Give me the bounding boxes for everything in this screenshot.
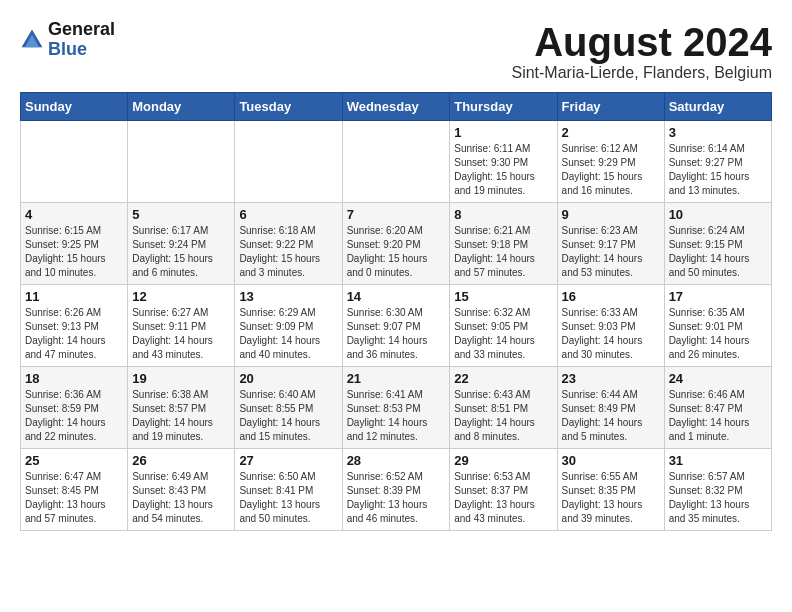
calendar-cell: 8Sunrise: 6:21 AM Sunset: 9:18 PM Daylig…	[450, 203, 557, 285]
day-detail: Sunrise: 6:41 AM Sunset: 8:53 PM Dayligh…	[347, 388, 446, 444]
day-detail: Sunrise: 6:47 AM Sunset: 8:45 PM Dayligh…	[25, 470, 123, 526]
day-number: 14	[347, 289, 446, 304]
day-detail: Sunrise: 6:55 AM Sunset: 8:35 PM Dayligh…	[562, 470, 660, 526]
calendar-cell: 11Sunrise: 6:26 AM Sunset: 9:13 PM Dayli…	[21, 285, 128, 367]
day-number: 16	[562, 289, 660, 304]
calendar-cell: 17Sunrise: 6:35 AM Sunset: 9:01 PM Dayli…	[664, 285, 771, 367]
calendar-cell: 16Sunrise: 6:33 AM Sunset: 9:03 PM Dayli…	[557, 285, 664, 367]
day-detail: Sunrise: 6:57 AM Sunset: 8:32 PM Dayligh…	[669, 470, 767, 526]
day-header-sunday: Sunday	[21, 93, 128, 121]
day-detail: Sunrise: 6:18 AM Sunset: 9:22 PM Dayligh…	[239, 224, 337, 280]
day-detail: Sunrise: 6:21 AM Sunset: 9:18 PM Dayligh…	[454, 224, 552, 280]
calendar-body: 1Sunrise: 6:11 AM Sunset: 9:30 PM Daylig…	[21, 121, 772, 531]
day-detail: Sunrise: 6:35 AM Sunset: 9:01 PM Dayligh…	[669, 306, 767, 362]
calendar: SundayMondayTuesdayWednesdayThursdayFrid…	[20, 92, 772, 531]
calendar-cell: 31Sunrise: 6:57 AM Sunset: 8:32 PM Dayli…	[664, 449, 771, 531]
calendar-cell: 7Sunrise: 6:20 AM Sunset: 9:20 PM Daylig…	[342, 203, 450, 285]
day-detail: Sunrise: 6:33 AM Sunset: 9:03 PM Dayligh…	[562, 306, 660, 362]
day-detail: Sunrise: 6:52 AM Sunset: 8:39 PM Dayligh…	[347, 470, 446, 526]
calendar-cell: 24Sunrise: 6:46 AM Sunset: 8:47 PM Dayli…	[664, 367, 771, 449]
day-header-tuesday: Tuesday	[235, 93, 342, 121]
calendar-cell: 9Sunrise: 6:23 AM Sunset: 9:17 PM Daylig…	[557, 203, 664, 285]
day-detail: Sunrise: 6:27 AM Sunset: 9:11 PM Dayligh…	[132, 306, 230, 362]
calendar-week-3: 11Sunrise: 6:26 AM Sunset: 9:13 PM Dayli…	[21, 285, 772, 367]
calendar-cell: 3Sunrise: 6:14 AM Sunset: 9:27 PM Daylig…	[664, 121, 771, 203]
calendar-cell: 10Sunrise: 6:24 AM Sunset: 9:15 PM Dayli…	[664, 203, 771, 285]
day-detail: Sunrise: 6:26 AM Sunset: 9:13 PM Dayligh…	[25, 306, 123, 362]
calendar-cell	[342, 121, 450, 203]
day-detail: Sunrise: 6:49 AM Sunset: 8:43 PM Dayligh…	[132, 470, 230, 526]
calendar-cell: 6Sunrise: 6:18 AM Sunset: 9:22 PM Daylig…	[235, 203, 342, 285]
day-detail: Sunrise: 6:50 AM Sunset: 8:41 PM Dayligh…	[239, 470, 337, 526]
day-number: 24	[669, 371, 767, 386]
day-number: 30	[562, 453, 660, 468]
day-header-monday: Monday	[128, 93, 235, 121]
day-number: 9	[562, 207, 660, 222]
day-number: 7	[347, 207, 446, 222]
calendar-cell: 2Sunrise: 6:12 AM Sunset: 9:29 PM Daylig…	[557, 121, 664, 203]
day-detail: Sunrise: 6:15 AM Sunset: 9:25 PM Dayligh…	[25, 224, 123, 280]
day-number: 25	[25, 453, 123, 468]
calendar-cell: 15Sunrise: 6:32 AM Sunset: 9:05 PM Dayli…	[450, 285, 557, 367]
day-detail: Sunrise: 6:17 AM Sunset: 9:24 PM Dayligh…	[132, 224, 230, 280]
day-number: 6	[239, 207, 337, 222]
day-header-wednesday: Wednesday	[342, 93, 450, 121]
calendar-cell: 13Sunrise: 6:29 AM Sunset: 9:09 PM Dayli…	[235, 285, 342, 367]
calendar-header: SundayMondayTuesdayWednesdayThursdayFrid…	[21, 93, 772, 121]
day-number: 4	[25, 207, 123, 222]
calendar-cell: 14Sunrise: 6:30 AM Sunset: 9:07 PM Dayli…	[342, 285, 450, 367]
day-detail: Sunrise: 6:24 AM Sunset: 9:15 PM Dayligh…	[669, 224, 767, 280]
day-detail: Sunrise: 6:40 AM Sunset: 8:55 PM Dayligh…	[239, 388, 337, 444]
day-detail: Sunrise: 6:38 AM Sunset: 8:57 PM Dayligh…	[132, 388, 230, 444]
day-number: 5	[132, 207, 230, 222]
day-number: 12	[132, 289, 230, 304]
calendar-cell: 30Sunrise: 6:55 AM Sunset: 8:35 PM Dayli…	[557, 449, 664, 531]
day-number: 11	[25, 289, 123, 304]
day-number: 28	[347, 453, 446, 468]
calendar-cell	[235, 121, 342, 203]
calendar-cell: 12Sunrise: 6:27 AM Sunset: 9:11 PM Dayli…	[128, 285, 235, 367]
logo-blue: Blue	[48, 40, 115, 60]
calendar-cell: 19Sunrise: 6:38 AM Sunset: 8:57 PM Dayli…	[128, 367, 235, 449]
header: General Blue August 2024 Sint-Maria-Lier…	[20, 20, 772, 82]
day-number: 15	[454, 289, 552, 304]
day-detail: Sunrise: 6:36 AM Sunset: 8:59 PM Dayligh…	[25, 388, 123, 444]
day-number: 17	[669, 289, 767, 304]
calendar-cell	[21, 121, 128, 203]
calendar-cell: 4Sunrise: 6:15 AM Sunset: 9:25 PM Daylig…	[21, 203, 128, 285]
calendar-cell: 22Sunrise: 6:43 AM Sunset: 8:51 PM Dayli…	[450, 367, 557, 449]
day-detail: Sunrise: 6:12 AM Sunset: 9:29 PM Dayligh…	[562, 142, 660, 198]
day-number: 13	[239, 289, 337, 304]
day-number: 20	[239, 371, 337, 386]
calendar-week-1: 1Sunrise: 6:11 AM Sunset: 9:30 PM Daylig…	[21, 121, 772, 203]
logo-icon	[20, 28, 44, 52]
day-detail: Sunrise: 6:30 AM Sunset: 9:07 PM Dayligh…	[347, 306, 446, 362]
day-number: 18	[25, 371, 123, 386]
calendar-cell: 29Sunrise: 6:53 AM Sunset: 8:37 PM Dayli…	[450, 449, 557, 531]
day-header-friday: Friday	[557, 93, 664, 121]
day-number: 2	[562, 125, 660, 140]
day-number: 29	[454, 453, 552, 468]
day-header-saturday: Saturday	[664, 93, 771, 121]
calendar-cell: 28Sunrise: 6:52 AM Sunset: 8:39 PM Dayli…	[342, 449, 450, 531]
day-number: 22	[454, 371, 552, 386]
calendar-cell: 26Sunrise: 6:49 AM Sunset: 8:43 PM Dayli…	[128, 449, 235, 531]
day-number: 21	[347, 371, 446, 386]
day-detail: Sunrise: 6:11 AM Sunset: 9:30 PM Dayligh…	[454, 142, 552, 198]
day-detail: Sunrise: 6:32 AM Sunset: 9:05 PM Dayligh…	[454, 306, 552, 362]
day-number: 1	[454, 125, 552, 140]
calendar-cell: 23Sunrise: 6:44 AM Sunset: 8:49 PM Dayli…	[557, 367, 664, 449]
logo: General Blue	[20, 20, 115, 60]
day-detail: Sunrise: 6:23 AM Sunset: 9:17 PM Dayligh…	[562, 224, 660, 280]
calendar-cell: 25Sunrise: 6:47 AM Sunset: 8:45 PM Dayli…	[21, 449, 128, 531]
day-number: 3	[669, 125, 767, 140]
calendar-cell: 27Sunrise: 6:50 AM Sunset: 8:41 PM Dayli…	[235, 449, 342, 531]
day-detail: Sunrise: 6:43 AM Sunset: 8:51 PM Dayligh…	[454, 388, 552, 444]
day-number: 19	[132, 371, 230, 386]
calendar-week-4: 18Sunrise: 6:36 AM Sunset: 8:59 PM Dayli…	[21, 367, 772, 449]
day-detail: Sunrise: 6:53 AM Sunset: 8:37 PM Dayligh…	[454, 470, 552, 526]
day-header-thursday: Thursday	[450, 93, 557, 121]
calendar-week-2: 4Sunrise: 6:15 AM Sunset: 9:25 PM Daylig…	[21, 203, 772, 285]
logo-general: General	[48, 20, 115, 40]
header-row: SundayMondayTuesdayWednesdayThursdayFrid…	[21, 93, 772, 121]
